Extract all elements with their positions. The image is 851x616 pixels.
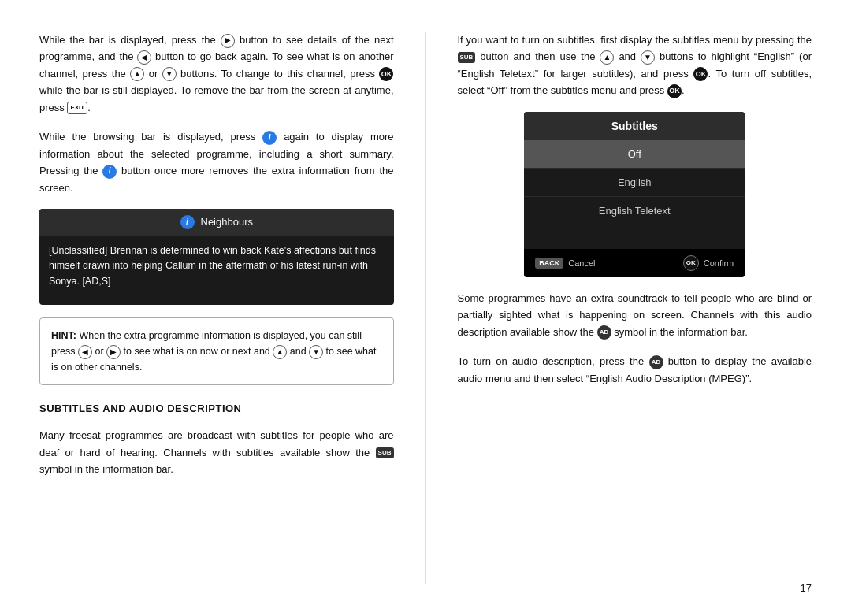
ok-btn-icon: OK <box>379 67 393 81</box>
info-box-header: i Neighbours <box>39 209 394 236</box>
right-para2: Some programmes have an extra soundtrack… <box>458 290 812 340</box>
ok-badge: OK <box>683 255 699 271</box>
page-number: 17 <box>801 582 812 594</box>
info-btn-icon-2: i <box>102 165 117 179</box>
info-box: i Neighbours [Unclassified] Brennan is d… <box>39 209 394 305</box>
right-para1: If you want to turn on subtitles, first … <box>458 32 812 99</box>
hint-label: HINT: <box>51 330 76 341</box>
info-box-icon: i <box>180 215 195 229</box>
column-divider <box>426 32 426 584</box>
ad-badge-icon-1: AD <box>597 325 611 340</box>
subtitles-menu-footer: BACK Cancel OK Confirm <box>524 249 745 277</box>
down-btn-icon: ▼ <box>162 67 177 81</box>
ad-btn-icon: AD <box>649 355 663 369</box>
left-para1: While the bar is displayed, press the ▶ … <box>39 32 394 116</box>
right-column: If you want to turn on subtitles, first … <box>458 32 812 584</box>
left-para3: Many freesat programmes are broadcast wi… <box>39 427 394 477</box>
confirm-label: Confirm <box>704 258 734 268</box>
hint-box: HINT: When the extra programme informati… <box>39 317 394 385</box>
subtitles-menu-header: Subtitles <box>524 112 745 140</box>
footer-confirm-btn[interactable]: OK Confirm <box>683 255 734 271</box>
back-btn-icon: ◀ <box>137 50 151 65</box>
back-badge: BACK <box>535 258 563 269</box>
exit-btn-icon: EXIT <box>67 102 87 114</box>
right-ok-icon-2: OK <box>667 84 682 98</box>
page-container: While the bar is displayed, press the ▶ … <box>0 0 851 616</box>
info-box-body: [Unclassified] Brennan is determined to … <box>39 236 394 305</box>
hint-down-icon: ▼ <box>309 345 323 359</box>
hint-left-icon: ◀ <box>78 345 92 359</box>
subtitles-item-english[interactable]: English <box>524 169 745 197</box>
subtitles-item-english-teletext[interactable]: English Teletext <box>524 197 745 225</box>
subtitles-item-off[interactable]: Off <box>524 140 745 169</box>
info-box-title: Neighbours <box>201 216 254 228</box>
right-down-icon: ▼ <box>641 50 655 65</box>
cancel-label: Cancel <box>568 258 595 268</box>
right-up-icon: ▲ <box>600 50 614 65</box>
footer-cancel-btn[interactable]: BACK Cancel <box>535 258 595 269</box>
sub-btn-icon: SUB <box>458 52 476 63</box>
left-para2: While the browsing bar is displayed, pre… <box>39 128 394 196</box>
subtitles-menu: Subtitles Off English English Teletext B… <box>524 112 745 277</box>
up-btn-icon: ▲ <box>130 67 144 81</box>
right-para3: To turn on audio description, press the … <box>458 353 812 387</box>
sub-badge-icon: SUB <box>376 447 394 458</box>
hint-up-icon: ▲ <box>273 345 287 359</box>
left-column: While the bar is displayed, press the ▶ … <box>39 32 394 584</box>
section-heading: SUBTITLES AND AUDIO DESCRIPTION <box>39 403 394 414</box>
next-btn-icon: ▶ <box>221 34 235 48</box>
right-ok-icon-1: OK <box>693 67 708 81</box>
hint-right-icon: ▶ <box>106 345 121 359</box>
subtitles-menu-spacer <box>524 225 745 249</box>
info-btn-icon-1: i <box>262 131 277 145</box>
